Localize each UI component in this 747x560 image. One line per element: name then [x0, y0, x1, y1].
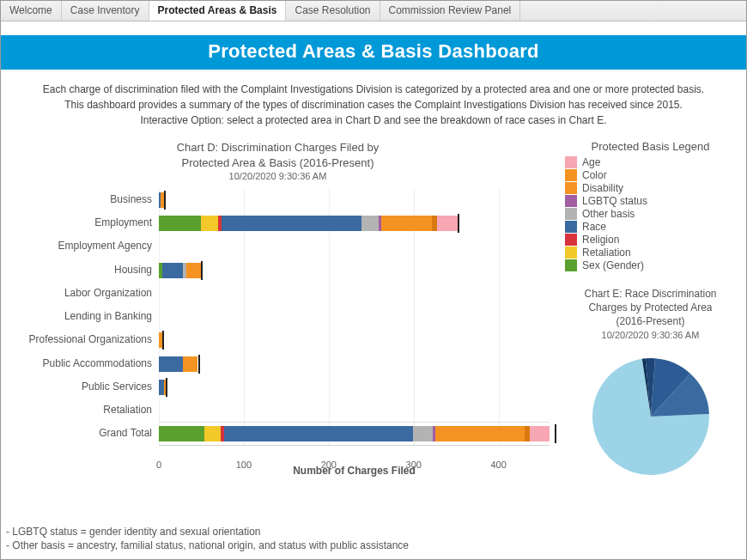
- total-marker: [555, 424, 556, 443]
- bar-row[interactable]: [159, 192, 550, 208]
- chart-e-pie-wrap: Employment: 165Public Accommodations: 28…: [562, 352, 739, 481]
- bar-segment[interactable]: [222, 216, 361, 231]
- category-label: Retaliation: [103, 404, 152, 416]
- legend-label: Color: [582, 169, 607, 181]
- bar-segment[interactable]: [204, 426, 222, 441]
- category-label: Grand Total: [99, 427, 152, 439]
- legend-swatch: [565, 156, 577, 168]
- chart-d-row-labels: BusinessEmploymentEmployment AgencyHousi…: [1, 188, 155, 446]
- chart-d-bar-chart[interactable]: BusinessEmploymentEmployment AgencyHousi…: [1, 188, 555, 480]
- legend-item[interactable]: LGBTQ status: [565, 195, 739, 207]
- chart-e-title: Chart E: Race Discrimination Charges by …: [562, 287, 739, 329]
- legend-swatch: [565, 234, 577, 246]
- bar-segment[interactable]: [530, 426, 550, 441]
- legend-swatch: [565, 195, 577, 207]
- legend-swatch: [565, 221, 577, 233]
- intro-text: Each charge of discrimination filed with…: [1, 70, 746, 135]
- legend-item[interactable]: Religion: [565, 234, 739, 246]
- total-marker: [164, 191, 166, 210]
- category-label: Lending in Banking: [64, 310, 152, 322]
- bar-segment[interactable]: [224, 426, 413, 441]
- legend-swatch: [565, 259, 577, 271]
- tab-welcome[interactable]: Welcome: [1, 1, 62, 21]
- tab-spacer: [520, 1, 746, 21]
- bar-segment[interactable]: [381, 216, 432, 231]
- category-label: Public Accommodations: [43, 357, 152, 369]
- legend-label: Disability: [582, 182, 623, 194]
- category-label: Professional Organizations: [29, 333, 152, 345]
- total-marker: [201, 261, 203, 280]
- category-label: Housing: [114, 264, 152, 276]
- bar-segment[interactable]: [435, 426, 525, 441]
- chart-d-title: Chart D: Discrimination Charges Filed by…: [1, 140, 555, 170]
- bar-segment[interactable]: [201, 216, 218, 231]
- tab-commission-review-panel[interactable]: Commission Review Panel: [380, 1, 521, 21]
- bar-segment[interactable]: [186, 263, 202, 278]
- bar-row[interactable]: [159, 356, 550, 372]
- legend-item[interactable]: Retaliation: [565, 247, 739, 259]
- bar-segment[interactable]: [159, 216, 201, 231]
- chart-d-plot-area[interactable]: [159, 188, 550, 446]
- bar-row[interactable]: [159, 286, 550, 301]
- category-label: Labor Organization: [64, 287, 152, 299]
- legend-label: Age: [582, 156, 600, 168]
- legend-item[interactable]: Sex (Gender): [565, 259, 739, 271]
- legend-label: Other basis: [582, 208, 635, 220]
- footnote-1: - LGBTQ status = gender identity and sex…: [6, 525, 409, 539]
- legend-label: Retaliation: [582, 247, 631, 259]
- bar-row[interactable]: [159, 309, 550, 325]
- bar-row[interactable]: [159, 403, 550, 418]
- bar-row[interactable]: [159, 263, 550, 278]
- bar-row[interactable]: [159, 426, 550, 441]
- tab-protected-areas-basis[interactable]: Protected Areas & Basis: [149, 1, 287, 21]
- intro-line-2: This dashboard provides a summary of the…: [8, 97, 739, 113]
- legend-swatch: [565, 182, 577, 194]
- total-marker: [166, 378, 167, 397]
- chart-e-timestamp: 10/20/2020 9:30:36 AM: [562, 330, 739, 340]
- right-panel: Protected Basis Legend AgeColorDisabilit…: [562, 140, 746, 525]
- legend-label: Religion: [582, 234, 619, 246]
- legend-item[interactable]: Race: [565, 221, 739, 233]
- total-marker: [162, 331, 164, 350]
- bar-row[interactable]: [159, 380, 550, 395]
- tab-case-inventory[interactable]: Case Inventory: [62, 1, 149, 21]
- chart-d-timestamp: 10/20/2020 9:30:36 AM: [1, 171, 555, 181]
- total-marker: [458, 214, 459, 233]
- intro-line-3: Interactive Option: select a protected a…: [8, 113, 739, 128]
- chart-e-title-line2: Charges by Protected Area: [588, 301, 712, 313]
- tab-case-resolution[interactable]: Case Resolution: [286, 1, 380, 21]
- legend-item[interactable]: Color: [565, 169, 739, 181]
- legend-title: Protected Basis Legend: [562, 140, 739, 153]
- chart-d-panel: Chart D: Discrimination Charges Filed by…: [1, 140, 562, 525]
- legend-item[interactable]: Other basis: [565, 208, 739, 220]
- intro-line-1: Each charge of discrimination filed with…: [8, 82, 739, 97]
- chart-e-title-line3: (2016-Present): [616, 315, 684, 327]
- bar-segment[interactable]: [159, 426, 204, 441]
- tab-bar: Welcome Case Inventory Protected Areas &…: [1, 1, 746, 21]
- total-marker: [198, 355, 200, 374]
- chart-d-x-label: Number of Charges Filed: [159, 465, 550, 477]
- bar-segment[interactable]: [162, 263, 183, 278]
- legend-item[interactable]: Age: [565, 156, 739, 168]
- bar-segment[interactable]: [159, 356, 183, 372]
- dashboard-banner: Protected Areas & Basis Dashboard: [1, 35, 746, 70]
- legend-swatch: [565, 208, 577, 220]
- legend-swatch: [565, 169, 577, 181]
- bar-row[interactable]: [159, 216, 550, 231]
- chart-e-pie-chart[interactable]: Employment: 165Public Accommodations: 28…: [586, 352, 715, 481]
- legend-item[interactable]: Disability: [565, 182, 739, 194]
- category-label: Employment: [94, 216, 152, 228]
- category-label: Public Services: [82, 380, 152, 393]
- bar-segment[interactable]: [437, 216, 458, 231]
- footnote-2: - Other basis = ancestry, familial statu…: [6, 539, 409, 552]
- category-label: Employment Agency: [58, 240, 152, 252]
- bar-segment[interactable]: [413, 426, 433, 441]
- app-frame: Welcome Case Inventory Protected Areas &…: [0, 0, 747, 560]
- chart-d-title-line1: Chart D: Discrimination Charges Filed by: [177, 141, 380, 154]
- bar-row[interactable]: [159, 239, 550, 254]
- bar-segment[interactable]: [183, 356, 198, 372]
- chart-d-axis-baseline: [159, 445, 550, 446]
- bar-row[interactable]: [159, 332, 550, 348]
- bar-segment[interactable]: [361, 216, 379, 231]
- footnotes: - LGBTQ status = gender identity and sex…: [6, 525, 409, 552]
